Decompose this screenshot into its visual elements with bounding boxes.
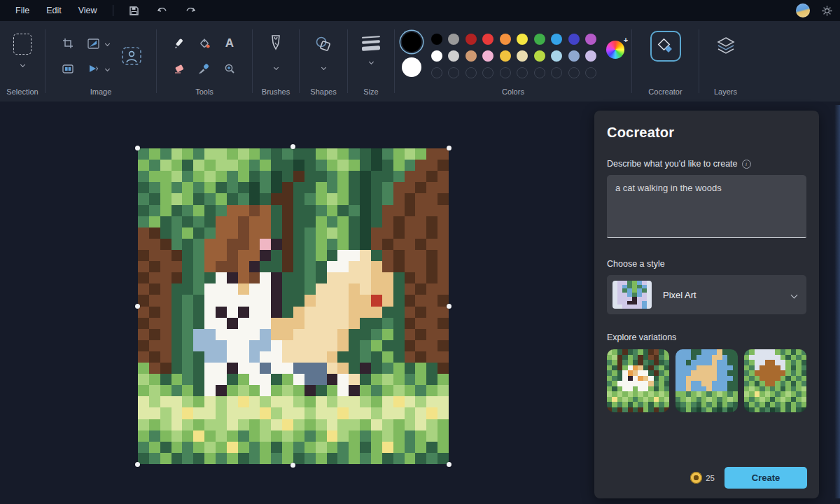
- palette-empty-slot[interactable]: [585, 67, 596, 78]
- selection-handle-bottom-middle[interactable]: [290, 463, 295, 468]
- palette-color-swatch[interactable]: [517, 50, 528, 62]
- text-tool-button[interactable]: A: [219, 33, 240, 54]
- selection-handle-top-right[interactable]: [447, 146, 451, 150]
- flip-rotate-button[interactable]: [83, 58, 104, 79]
- create-button[interactable]: Create: [724, 467, 807, 489]
- selection-handle-middle-left[interactable]: [135, 304, 140, 309]
- pencil-button[interactable]: [169, 33, 190, 54]
- save-button[interactable]: [124, 3, 145, 18]
- selection-handle-top-middle[interactable]: [290, 144, 295, 149]
- flip-rotate-dropdown-chevron-icon[interactable]: [105, 66, 110, 71]
- brushes-button[interactable]: [265, 31, 286, 59]
- menu-file[interactable]: File: [7, 3, 38, 18]
- palette-color-swatch[interactable]: [431, 50, 442, 62]
- palette-color-swatch[interactable]: [465, 50, 477, 62]
- variations-row: [607, 349, 806, 412]
- foreground-color-swatch[interactable]: [402, 32, 421, 52]
- resize-button[interactable]: [83, 33, 104, 54]
- selection-handle-bottom-right[interactable]: [447, 462, 451, 467]
- style-dropdown[interactable]: Pixel Art: [607, 275, 806, 314]
- selection-tool-button[interactable]: [12, 31, 33, 57]
- palette-color-swatch[interactable]: [517, 34, 528, 45]
- palette-color-swatch[interactable]: [482, 50, 493, 62]
- palette-color-swatch[interactable]: [500, 34, 511, 45]
- menu-edit[interactable]: Edit: [38, 3, 70, 18]
- panel-footer: 25 Create: [607, 467, 807, 489]
- selection-handle-middle-right[interactable]: [447, 304, 451, 309]
- cocreator-toggle-button[interactable]: [650, 31, 681, 62]
- cocreator-section: Cocreator: [632, 21, 699, 102]
- brushes-dropdown-chevron-icon[interactable]: [273, 65, 278, 70]
- layers-section: Layers: [699, 21, 752, 102]
- fill-bucket-button[interactable]: [194, 33, 215, 54]
- palette-color-swatch[interactable]: [551, 34, 562, 45]
- remove-background-button[interactable]: [118, 42, 146, 70]
- palette-empty-slot[interactable]: [534, 67, 545, 78]
- shapes-section: Shapes: [300, 21, 347, 102]
- palette-color-swatch[interactable]: [551, 50, 562, 62]
- palette-empty-slot[interactable]: [517, 67, 528, 78]
- colors-section: Colors: [395, 21, 631, 102]
- edit-colors-wheel-icon[interactable]: [606, 41, 624, 59]
- brushes-section-label: Brushes: [253, 88, 299, 96]
- menu-separator: [113, 5, 113, 16]
- palette-empty-slot[interactable]: [482, 67, 493, 78]
- selection-dropdown-chevron-icon[interactable]: [20, 62, 24, 67]
- selection-handle-bottom-left[interactable]: [135, 462, 140, 467]
- variation-thumbnail-2[interactable]: [676, 349, 738, 412]
- variation-thumbnail-1[interactable]: [607, 349, 669, 412]
- palette-empty-slot[interactable]: [568, 67, 580, 78]
- palette-color-swatch[interactable]: [568, 50, 580, 62]
- prompt-input[interactable]: a cat walking in the woods: [607, 175, 806, 238]
- palette-color-swatch[interactable]: [585, 34, 596, 45]
- resize-dropdown-chevron-icon[interactable]: [105, 41, 110, 46]
- palette-color-swatch[interactable]: [448, 50, 459, 62]
- palette-color-swatch[interactable]: [534, 50, 545, 62]
- cocreator-section-label: Cocreator: [632, 88, 699, 96]
- palette-color-swatch[interactable]: [585, 50, 596, 62]
- marquee-image-icon: [62, 64, 74, 74]
- menu-view[interactable]: View: [70, 3, 106, 18]
- undo-button[interactable]: [152, 3, 173, 18]
- shapes-button[interactable]: [313, 31, 334, 59]
- palette-color-swatch[interactable]: [568, 34, 580, 45]
- eyedropper-button[interactable]: [194, 58, 215, 79]
- info-icon[interactable]: i: [742, 160, 751, 169]
- flip-rotate-icon: [88, 64, 99, 74]
- magnifier-button[interactable]: [219, 58, 240, 79]
- eraser-button[interactable]: [169, 58, 190, 79]
- palette-empty-slot[interactable]: [465, 67, 477, 78]
- palette-color-swatch[interactable]: [534, 34, 545, 45]
- palette-empty-slot[interactable]: [448, 67, 459, 78]
- background-color-swatch[interactable]: [402, 57, 421, 77]
- fill-bucket-icon: [199, 38, 211, 49]
- palette-color-swatch[interactable]: [448, 34, 459, 45]
- marquee-image-button[interactable]: [57, 58, 78, 79]
- size-dropdown-chevron-icon[interactable]: [368, 59, 373, 64]
- palette-color-swatch[interactable]: [465, 34, 477, 45]
- floppy-save-icon: [129, 6, 139, 16]
- style-dropdown-chevron-icon: [791, 291, 798, 298]
- describe-label: Describe what you'd like to create: [607, 159, 738, 169]
- redo-button[interactable]: [180, 3, 201, 18]
- palette-color-swatch[interactable]: [500, 50, 511, 62]
- style-preview-thumbnail: [612, 281, 652, 309]
- palette-color-swatch[interactable]: [431, 34, 442, 45]
- palette-empty-slot[interactable]: [500, 67, 511, 78]
- shapes-dropdown-chevron-icon[interactable]: [321, 65, 326, 70]
- crop-button[interactable]: [57, 33, 78, 54]
- gear-icon[interactable]: [821, 5, 833, 17]
- palette-empty-slot[interactable]: [431, 67, 442, 78]
- color-palette-grid: [431, 34, 597, 78]
- selection-handle-top-left[interactable]: [135, 146, 140, 150]
- cocreator-panel-title: Cocreator: [607, 125, 806, 141]
- palette-color-swatch[interactable]: [482, 34, 493, 45]
- stroke-size-icon[interactable]: [362, 36, 380, 50]
- copilot-badge-icon[interactable]: [796, 4, 810, 18]
- palette-empty-slot[interactable]: [551, 67, 562, 78]
- variation-thumbnail-3[interactable]: [744, 349, 806, 412]
- variation-3-pixel-art: [744, 349, 806, 412]
- layers-button[interactable]: [712, 31, 740, 62]
- selected-artwork-canvas[interactable]: [138, 148, 449, 464]
- cocreator-panel: Cocreator Describe what you'd like to cr…: [594, 111, 819, 498]
